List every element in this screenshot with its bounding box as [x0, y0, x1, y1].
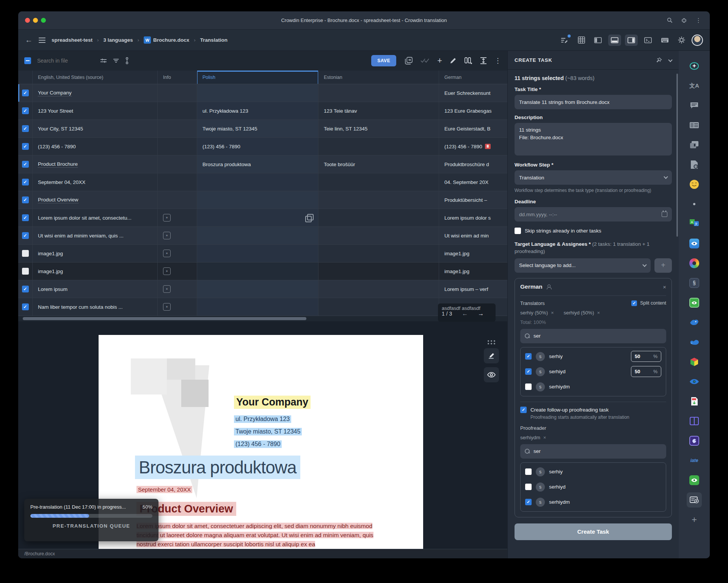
table-row[interactable]: 123 Your Street ul. Przykładowa 123 123 …: [18, 102, 507, 120]
edit-icon[interactable]: [450, 57, 457, 64]
column-german[interactable]: German: [439, 71, 507, 84]
layout-right-panel-icon[interactable]: [625, 35, 638, 46]
user-checkbox[interactable]: [525, 353, 532, 360]
create-task-button[interactable]: Create Task: [515, 523, 672, 540]
save-button[interactable]: SAVE: [371, 55, 396, 66]
prev-string-icon[interactable]: ←: [462, 310, 468, 317]
table-row[interactable]: image1.jpg ✶ image1.jpg: [18, 245, 507, 262]
string-context-icon[interactable]: ✶: [163, 232, 171, 239]
translator-chip[interactable]: serhiyd (50%)×: [564, 310, 600, 316]
table-row[interactable]: Product Overview Produktübersicht –: [18, 191, 507, 209]
file-context-icon[interactable]: i: [687, 157, 702, 172]
deadline-input[interactable]: dd.mm.yyyy, --:--: [515, 207, 672, 222]
table-row[interactable]: image1.jpg ✶ image1.jpg: [18, 262, 507, 280]
row-checkbox[interactable]: [22, 107, 29, 114]
collapse-panel-icon[interactable]: [668, 58, 672, 62]
green-review-icon[interactable]: [687, 295, 702, 310]
approve-all-icon[interactable]: [420, 58, 430, 63]
edit-preview-button[interactable]: [484, 348, 499, 363]
green-eye-app-icon[interactable]: [687, 473, 702, 488]
machine-translation-icon[interactable]: 文A: [687, 78, 702, 93]
extensions-icon[interactable]: [681, 17, 687, 24]
remove-language-icon[interactable]: ×: [663, 284, 666, 290]
percent-input[interactable]: 50%: [631, 351, 661, 362]
search-input[interactable]: [37, 58, 94, 64]
toggle-preview-button[interactable]: [484, 367, 499, 382]
remove-chip-icon[interactable]: ×: [597, 310, 600, 316]
filter-settings-icon[interactable]: [100, 58, 107, 64]
pretranslation-queue-link[interactable]: PRE-TRANSLATION QUEUE: [30, 523, 152, 529]
proofreader-row[interactable]: s serhiyd: [525, 479, 661, 495]
pretranslation-toast[interactable]: Pre-translation (11 Dec 17:00) in progre…: [24, 499, 158, 541]
translator-chip[interactable]: serhiy (50%)×: [520, 310, 554, 316]
description-textarea[interactable]: 11 strings File: Brochure.docx: [515, 123, 672, 156]
horizontal-scrollbar[interactable]: [18, 316, 507, 321]
skip-strings-checkbox[interactable]: [515, 228, 521, 234]
table-row[interactable]: Product Brochure Broszura produktowa Too…: [18, 156, 507, 173]
add-column-icon[interactable]: [464, 57, 472, 64]
user-checkbox[interactable]: [525, 368, 532, 375]
string-context-icon[interactable]: ✶: [163, 250, 171, 257]
pin-panel-icon[interactable]: [656, 57, 662, 63]
row-checkbox[interactable]: [22, 250, 29, 257]
row-checkbox[interactable]: [22, 232, 29, 239]
breadcrumb-mode[interactable]: Translation: [200, 37, 228, 43]
table-row[interactable]: Lorem ipsum dolor sit amet, consectetu..…: [18, 209, 507, 227]
watson-eye-icon[interactable]: [687, 236, 702, 251]
minimize-window-button[interactable]: [33, 18, 38, 23]
settings-gear-icon[interactable]: [675, 35, 688, 46]
purple-swirl-app-icon[interactable]: [687, 433, 702, 448]
string-context-icon[interactable]: ✶: [163, 267, 171, 275]
calendar-icon[interactable]: [662, 212, 667, 217]
string-context-icon[interactable]: ✶: [163, 285, 171, 293]
next-string-icon[interactable]: →: [478, 310, 484, 317]
layout-bottom-panel-icon[interactable]: [608, 35, 621, 46]
remove-chip-icon[interactable]: ×: [551, 310, 554, 316]
breadcrumb-file[interactable]: WBrochure.docx: [144, 36, 189, 44]
user-checkbox[interactable]: [525, 484, 532, 490]
table-row[interactable]: Ut wisi enim ad minim veniam, quis ... ✶…: [18, 227, 507, 245]
table-row[interactable]: Lorem ipsum ✶ Lorem ipsum – verf: [18, 280, 507, 298]
string-context-icon[interactable]: ✶: [163, 303, 171, 311]
breadcrumb-project[interactable]: spreadsheet-test: [52, 37, 93, 43]
doc-export-icon[interactable]: [687, 394, 702, 409]
table-row[interactable]: Nam liber tempor cum soluta nobis ... ✶: [18, 298, 507, 316]
add-language-button[interactable]: +: [654, 258, 672, 273]
row-checkbox[interactable]: [22, 179, 29, 185]
translation-memory-icon[interactable]: [687, 137, 702, 152]
create-task-tool-tile[interactable]: [687, 492, 702, 508]
sort-handle-icon[interactable]: [125, 57, 129, 64]
legal-section-icon[interactable]: §: [687, 275, 702, 291]
workflow-step-select[interactable]: Translation: [515, 170, 672, 185]
user-checkbox[interactable]: [525, 499, 532, 505]
column-source[interactable]: English, United States (source): [33, 71, 158, 84]
row-checkbox[interactable]: [22, 143, 29, 150]
proofreader-search-input[interactable]: [533, 448, 662, 454]
user-avatar[interactable]: [692, 35, 703, 46]
row-checkbox[interactable]: [22, 90, 29, 96]
emoji-icon[interactable]: [687, 177, 702, 192]
translator-row[interactable]: s serhiy 50%: [525, 349, 661, 364]
row-checkbox[interactable]: [22, 214, 29, 221]
iate-logo[interactable]: iate: [687, 453, 702, 468]
row-checkbox[interactable]: [22, 286, 29, 292]
translator-search[interactable]: [520, 329, 666, 343]
panel-scrollbar[interactable]: [676, 74, 678, 237]
split-view-icon[interactable]: [687, 413, 702, 429]
tasks-edit-icon[interactable]: [558, 35, 571, 46]
select-language-dropdown[interactable]: Select language to add...: [515, 258, 651, 273]
proofreader-chip[interactable]: serhiydm×: [520, 435, 546, 440]
more-dot-icon[interactable]: [687, 196, 702, 212]
remove-chip-icon[interactable]: ×: [543, 435, 546, 440]
translator-row[interactable]: s serhiyd 50%: [525, 364, 661, 379]
more-options-icon[interactable]: ⋮: [494, 57, 501, 65]
column-polish[interactable]: Polish: [197, 71, 318, 84]
string-context-icon[interactable]: ✶: [163, 214, 171, 222]
traffic-lights[interactable]: [18, 18, 46, 23]
breadcrumb-languages[interactable]: 3 languages: [104, 37, 133, 43]
proofreader-row[interactable]: s serhiydm: [525, 495, 661, 510]
user-checkbox[interactable]: [525, 468, 532, 475]
scrollbar-thumb[interactable]: [23, 317, 306, 320]
user-checkbox[interactable]: [525, 383, 532, 390]
grid-view-icon[interactable]: [575, 35, 588, 46]
